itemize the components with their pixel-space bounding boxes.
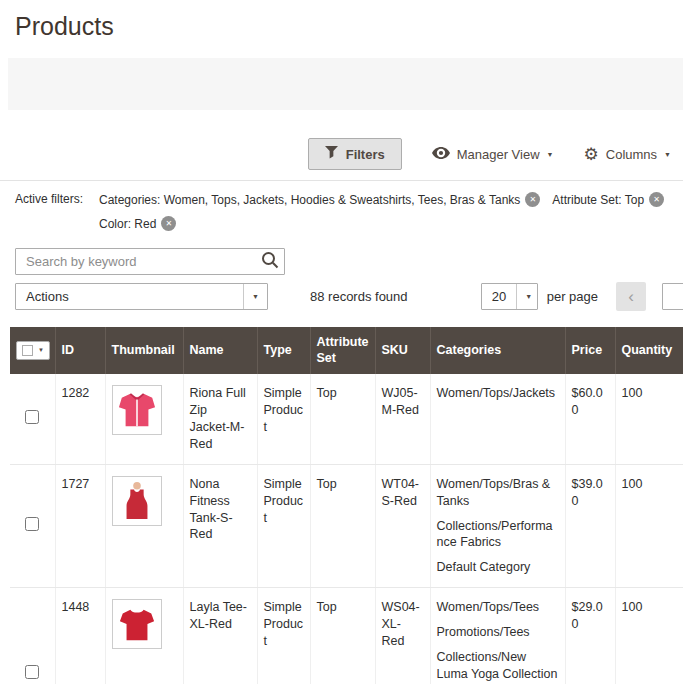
previous-page-button[interactable]: ‹ bbox=[616, 282, 646, 311]
row-select-cell bbox=[10, 588, 55, 684]
table-row[interactable]: 1727 Nona Fitness Tank-S-Red Simple Prod… bbox=[10, 464, 683, 587]
row-checkbox[interactable] bbox=[25, 410, 39, 424]
remove-filter-icon[interactable]: ✕ bbox=[649, 192, 664, 207]
cell-type: Simple Product bbox=[257, 588, 310, 684]
column-header-id[interactable]: ID bbox=[55, 327, 105, 374]
cell-id: 1282 bbox=[55, 374, 105, 464]
collapsed-panel-strip bbox=[8, 58, 683, 110]
category-path: Women/Tops/Jackets bbox=[437, 385, 559, 402]
column-header-name[interactable]: Name bbox=[183, 327, 257, 374]
chevron-down-icon: ▼ bbox=[38, 347, 44, 355]
chevron-down-icon: ▼ bbox=[664, 151, 671, 158]
cell-attribute-set: Top bbox=[310, 374, 375, 464]
cell-attribute-set: Top bbox=[310, 588, 375, 684]
column-header-price[interactable]: Price bbox=[565, 327, 615, 374]
table-row[interactable]: 1282 Riona Full Zip Jacket-M-Red Simple … bbox=[10, 374, 683, 464]
active-filters-label: Active filters: bbox=[15, 190, 99, 231]
row-select-cell bbox=[10, 374, 55, 464]
cell-categories: Women/Tops/Bras & Tanks Collections/Perf… bbox=[430, 464, 565, 587]
active-filter-color: Color: Red ✕ bbox=[99, 214, 176, 231]
cell-type: Simple Product bbox=[257, 374, 310, 464]
filters-button-label: Filters bbox=[346, 147, 385, 162]
active-filter-text: Categories: Women, Tops, Jackets, Hoodie… bbox=[99, 193, 520, 207]
row-checkbox[interactable] bbox=[25, 517, 39, 531]
grid-controls-row: Actions ▼ 88 records found 20 ▼ per page… bbox=[0, 282, 683, 311]
row-select-cell bbox=[10, 464, 55, 587]
actions-select[interactable]: Actions ▼ bbox=[15, 283, 268, 310]
product-thumbnail bbox=[112, 599, 162, 649]
cell-price: $29.00 bbox=[565, 588, 615, 684]
cell-name: Riona Full Zip Jacket-M-Red bbox=[183, 374, 257, 464]
select-all-checkbox[interactable] bbox=[22, 345, 33, 356]
per-page-select[interactable]: 20 ▼ bbox=[481, 283, 538, 310]
search-submit-button[interactable] bbox=[261, 251, 279, 272]
column-header-attribute-set[interactable]: Attribute Set bbox=[310, 327, 375, 374]
active-filter-attribute-set: Attribute Set: Top ✕ bbox=[552, 190, 664, 207]
column-header-thumbnail[interactable]: Thumbnail bbox=[105, 327, 183, 374]
products-grid: ▼ ID Thumbnail Name Type Attribute Set S… bbox=[10, 327, 683, 684]
cell-sku: WJ05-M-Red bbox=[375, 374, 430, 464]
active-filters-bar: Active filters: Categories: Women, Tops,… bbox=[0, 180, 683, 240]
cell-sku: WS04-XL-Red bbox=[375, 588, 430, 684]
category-path: Collections/Performance Fabrics bbox=[437, 518, 559, 552]
filters-button[interactable]: Filters bbox=[308, 138, 402, 170]
view-switcher[interactable]: Manager View ▼ bbox=[432, 147, 554, 162]
cell-thumbnail bbox=[105, 374, 183, 464]
cell-id: 1448 bbox=[55, 588, 105, 684]
product-thumbnail bbox=[112, 385, 162, 435]
cell-sku: WT04-S-Red bbox=[375, 464, 430, 587]
cell-thumbnail bbox=[105, 464, 183, 587]
category-path: Women/Tops/Tees bbox=[437, 599, 559, 616]
page-header: Products bbox=[0, 0, 683, 41]
cell-categories: Women/Tops/Tees Promotions/Tees Collecti… bbox=[430, 588, 565, 684]
per-page-value: 20 bbox=[482, 284, 516, 309]
eye-icon bbox=[432, 147, 450, 162]
active-filter-text: Attribute Set: Top bbox=[552, 193, 644, 207]
tank-image bbox=[118, 481, 156, 521]
current-page-input[interactable] bbox=[662, 283, 683, 310]
row-checkbox[interactable] bbox=[25, 665, 39, 679]
chevron-left-icon: ‹ bbox=[628, 287, 634, 306]
cell-price: $39.00 bbox=[565, 464, 615, 587]
column-header-quantity[interactable]: Quantity bbox=[615, 327, 683, 374]
active-filter-text: Color: Red bbox=[99, 217, 156, 231]
remove-filter-icon[interactable]: ✕ bbox=[161, 216, 176, 231]
records-found-text: 88 records found bbox=[310, 289, 408, 304]
filter-funnel-icon bbox=[325, 146, 338, 162]
chevron-down-icon: ▼ bbox=[547, 151, 554, 158]
cell-categories: Women/Tops/Jackets bbox=[430, 374, 565, 464]
gear-icon: ⚙ bbox=[584, 146, 599, 163]
search-row bbox=[15, 248, 683, 275]
per-page-label: per page bbox=[547, 289, 598, 304]
cell-quantity: 100 bbox=[615, 588, 683, 684]
select-all-header: ▼ bbox=[10, 327, 55, 374]
columns-control[interactable]: ⚙ Columns ▼ bbox=[584, 146, 671, 163]
cell-quantity: 100 bbox=[615, 464, 683, 587]
search-input[interactable] bbox=[15, 248, 285, 275]
search-icon bbox=[261, 257, 279, 272]
column-header-sku[interactable]: SKU bbox=[375, 327, 430, 374]
actions-select-value: Actions bbox=[16, 284, 243, 309]
keyword-search bbox=[15, 248, 285, 275]
chevron-down-icon: ▼ bbox=[252, 293, 259, 300]
category-path: Promotions/Tees bbox=[437, 624, 559, 641]
jacket-image bbox=[118, 390, 156, 430]
category-path: Women/Tops/Bras & Tanks bbox=[437, 476, 559, 510]
remove-filter-icon[interactable]: ✕ bbox=[525, 192, 540, 207]
view-switcher-label: Manager View bbox=[457, 147, 540, 162]
cell-name: Layla Tee-XL-Red bbox=[183, 588, 257, 684]
column-header-type[interactable]: Type bbox=[257, 327, 310, 374]
column-header-categories[interactable]: Categories bbox=[430, 327, 565, 374]
pagination-cluster: 20 ▼ per page ‹ bbox=[481, 282, 683, 311]
category-path: Collections/New Luma Yoga Collection bbox=[437, 649, 559, 683]
cell-id: 1727 bbox=[55, 464, 105, 587]
tee-image bbox=[118, 604, 156, 644]
category-path: Default Category bbox=[437, 559, 559, 576]
cell-thumbnail bbox=[105, 588, 183, 684]
grid-toolbar: Filters Manager View ▼ ⚙ Columns ▼ bbox=[0, 138, 683, 170]
table-row[interactable]: 1448 Layla Tee-XL-Red Simple Product Top… bbox=[10, 588, 683, 684]
cell-attribute-set: Top bbox=[310, 464, 375, 587]
grid-header-row: ▼ ID Thumbnail Name Type Attribute Set S… bbox=[10, 327, 683, 374]
select-all-dropdown[interactable]: ▼ bbox=[16, 341, 50, 360]
cell-quantity: 100 bbox=[615, 374, 683, 464]
